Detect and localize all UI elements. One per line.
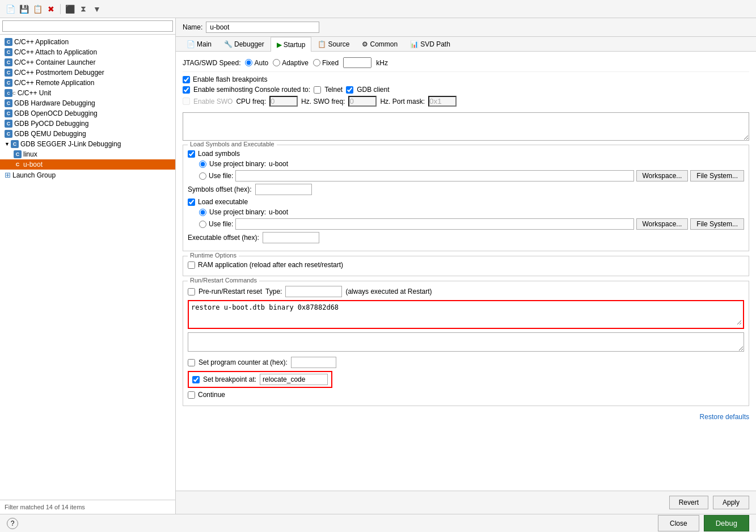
tree-item-label: GDB PyOCD Debugging xyxy=(14,120,88,128)
toolbar: 📄 💾 📋 ✖ ⬛ ⧗ ▼ xyxy=(0,0,756,18)
tree-item-remote[interactable]: C C/C++ Remote Application xyxy=(0,78,175,88)
tree-item-gdb-hardware[interactable]: C GDB Hardware Debugging xyxy=(0,98,175,108)
set-program-counter-checkbox[interactable] xyxy=(188,359,195,366)
symbols-offset-input[interactable] xyxy=(255,184,312,195)
enable-semihosting-checkbox[interactable] xyxy=(183,86,190,94)
use-project-binary2-value: u-boot xyxy=(269,208,288,216)
tab-svd-path[interactable]: 📊 SVD Path xyxy=(404,37,457,51)
extra-textarea[interactable] xyxy=(183,112,749,141)
close-button[interactable]: Close xyxy=(658,515,699,531)
adaptive-radio-option: Adaptive xyxy=(273,59,309,67)
ram-app-checkbox[interactable] xyxy=(188,261,195,269)
exec-workspace-button[interactable]: Workspace... xyxy=(636,218,689,230)
dropdown-icon[interactable]: ▼ xyxy=(91,3,103,15)
revert-button[interactable]: Revert xyxy=(669,496,708,509)
left-panel: C C/C++ Application C C/C++ Attach to Ap… xyxy=(0,18,176,514)
debugger-tab-label: Debugger xyxy=(234,40,264,48)
tree-item-launch-group[interactable]: ⊞ Launch Group xyxy=(0,170,175,180)
tree-item-linux[interactable]: C linux xyxy=(0,149,175,159)
left-panel-footer: Filter matched 14 of 14 items xyxy=(0,500,175,514)
fixed-radio[interactable] xyxy=(313,59,320,66)
tree-item-unit[interactable]: CC C/C++ Unit xyxy=(0,88,175,98)
executable-offset-input[interactable] xyxy=(263,232,319,243)
set-breakpoint-label: Set breakpoint at: xyxy=(203,375,256,383)
symbols-workspace-button[interactable]: Workspace... xyxy=(636,170,689,181)
load-symbols-checkbox[interactable] xyxy=(188,150,195,158)
adaptive-radio[interactable] xyxy=(273,59,280,66)
tab-common[interactable]: ⚙ Common xyxy=(356,37,404,51)
footer-buttons: Close Debug xyxy=(658,515,749,531)
runtime-options-title: Runtime Options xyxy=(188,252,239,259)
tree-item-uboot[interactable]: C u-boot xyxy=(0,159,175,170)
pre-run-checkbox[interactable] xyxy=(188,288,195,295)
use-file2-radio[interactable] xyxy=(199,221,206,228)
svd-tab-label: SVD Path xyxy=(420,40,450,48)
tree-item-gdb-pyocd[interactable]: C GDB PyOCD Debugging xyxy=(0,119,175,129)
filter-icon[interactable]: ⧗ xyxy=(78,3,89,15)
main-tab-icon: 📄 xyxy=(187,40,195,48)
load-executable-checkbox[interactable] xyxy=(188,199,195,206)
tree-item-gdb-segger[interactable]: ▼ C GDB SEGGER J-Link Debugging xyxy=(0,139,175,149)
search-input[interactable] xyxy=(2,20,173,32)
use-file2-input[interactable] xyxy=(235,218,633,230)
use-project-binary1-radio[interactable] xyxy=(199,161,206,168)
duplicate-icon[interactable]: 📋 xyxy=(32,3,43,15)
tab-source[interactable]: 📋 Source xyxy=(311,37,356,51)
tabs-bar: 📄 Main 🔧 Debugger ▶ Startup 📋 Source ⚙ C… xyxy=(176,37,756,52)
symbols-filesystem-button[interactable]: File System... xyxy=(690,170,744,181)
source-tab-icon: 📋 xyxy=(318,40,326,48)
restore-defaults-link[interactable]: Restore defaults xyxy=(700,413,749,421)
continue-row: Continue xyxy=(188,391,744,399)
c-icon: C xyxy=(5,79,12,87)
auto-radio[interactable] xyxy=(245,59,252,66)
tab-startup[interactable]: ▶ Startup xyxy=(271,37,312,52)
tree-item-cpp-application[interactable]: C C/C++ Application xyxy=(0,37,175,47)
enable-swo-checkbox[interactable] xyxy=(183,98,190,105)
use-file2-row: Use file: Workspace... File System... xyxy=(199,218,744,230)
use-file2-label: Use file: xyxy=(209,220,233,228)
fixed-radio-option: Fixed xyxy=(313,59,339,67)
exec-filesystem-button[interactable]: File System... xyxy=(690,218,744,230)
tab-main[interactable]: 📄 Main xyxy=(180,37,218,51)
delete-icon[interactable]: ✖ xyxy=(45,3,57,15)
tree-item-container-launcher[interactable]: C C/C++ Container Launcher xyxy=(0,57,175,67)
c-icon: C xyxy=(5,69,12,77)
swo-freq-input[interactable] xyxy=(348,96,377,107)
set-breakpoint-checkbox[interactable] xyxy=(192,376,200,383)
source-tab-label: Source xyxy=(328,40,349,48)
debug-button[interactable]: Debug xyxy=(704,515,749,531)
executable-offset-row: Executable offset (hex): xyxy=(188,232,744,243)
set-breakpoint-input[interactable] xyxy=(260,374,328,385)
use-file1-radio[interactable] xyxy=(199,172,206,180)
tree-item-label: C/C++ Container Launcher xyxy=(14,58,95,66)
tree-item-gdb-openocd[interactable]: C GDB OpenOCD Debugging xyxy=(0,108,175,119)
tree-item-postmortem[interactable]: C C/C++ Postmortem Debugger xyxy=(0,67,175,78)
set-program-counter-row: Set program counter at (hex): xyxy=(188,357,744,368)
gdb-client-checkbox[interactable] xyxy=(346,86,353,94)
symbols-offset-label: Symbols offset (hex): xyxy=(188,185,252,193)
type-input[interactable] xyxy=(285,286,342,297)
enable-flash-checkbox[interactable] xyxy=(183,76,190,83)
save-icon[interactable]: 💾 xyxy=(18,3,29,15)
port-mask-input[interactable] xyxy=(428,96,457,107)
khz-input[interactable] xyxy=(343,57,371,68)
cpu-freq-input[interactable] xyxy=(269,96,298,107)
use-project-binary2-radio[interactable] xyxy=(199,209,206,216)
gdb-client-label: GDB client xyxy=(357,86,389,94)
new-config-icon[interactable]: 📄 xyxy=(5,3,16,15)
name-input[interactable] xyxy=(206,22,319,33)
extra-command-textarea[interactable] xyxy=(188,332,744,352)
tree-item-label: C/C++ Postmortem Debugger xyxy=(14,69,104,77)
telnet-checkbox[interactable] xyxy=(314,86,321,94)
set-program-counter-input[interactable] xyxy=(291,357,336,368)
tab-debugger[interactable]: 🔧 Debugger xyxy=(218,37,271,51)
command-textarea[interactable]: restore u-boot.dtb binary 0x87882d68 xyxy=(190,302,742,325)
use-file1-input[interactable] xyxy=(235,170,633,181)
import-icon[interactable]: ⬛ xyxy=(64,3,75,15)
apply-button[interactable]: Apply xyxy=(713,496,749,509)
help-icon[interactable]: ? xyxy=(7,518,18,529)
use-project-binary2-label: Use project binary: xyxy=(209,208,266,216)
continue-checkbox[interactable] xyxy=(188,391,195,399)
tree-item-cpp-attach[interactable]: C C/C++ Attach to Application xyxy=(0,47,175,57)
tree-item-gdb-qemu[interactable]: C GDB QEMU Debugging xyxy=(0,129,175,139)
